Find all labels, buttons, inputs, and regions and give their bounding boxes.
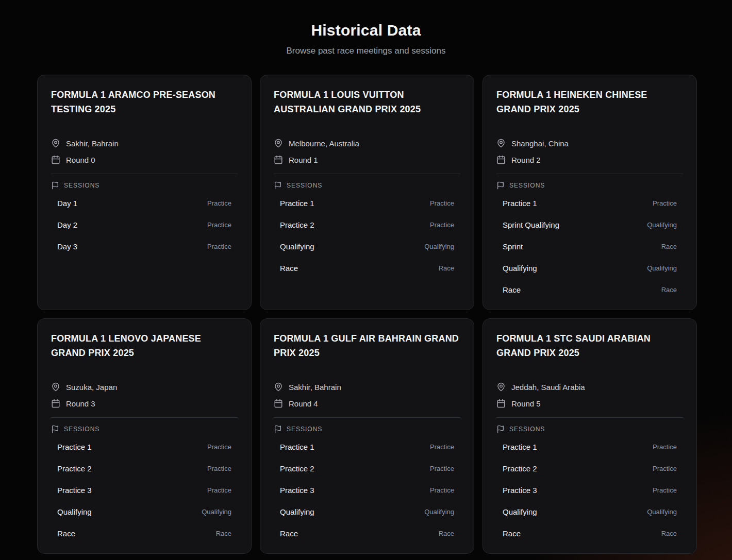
session-name: Practice 1 xyxy=(503,199,537,208)
calendar-icon xyxy=(274,155,283,164)
sessions-list: Practice 1 Practice Practice 2 Practice … xyxy=(274,436,460,544)
calendar-icon xyxy=(496,155,506,164)
meeting-location-row: Jeddah, Saudi Arabia xyxy=(496,381,683,393)
meeting-title: FORMULA 1 GULF AIR BAHRAIN GRAND PRIX 20… xyxy=(274,331,460,360)
session-type-badge: Practice xyxy=(653,465,677,472)
sessions-label: SESSIONS xyxy=(64,182,99,189)
session-row[interactable]: Practice 1 Practice xyxy=(496,192,683,214)
session-name: Practice 1 xyxy=(503,443,537,451)
meeting-title: FORMULA 1 LOUIS VUITTON AUSTRALIAN GRAND… xyxy=(274,88,460,116)
session-name: Race xyxy=(280,529,298,538)
session-type-badge: Qualifying xyxy=(202,508,231,516)
session-row[interactable]: Practice 1 Practice xyxy=(496,436,683,457)
session-row[interactable]: Practice 3 Practice xyxy=(274,479,460,501)
meeting-card[interactable]: FORMULA 1 LENOVO JAPANESE GRAND PRIX 202… xyxy=(37,318,252,554)
meeting-location: Sakhir, Bahrain xyxy=(66,139,119,148)
session-row[interactable]: Practice 2 Practice xyxy=(51,457,238,479)
divider xyxy=(496,417,683,418)
sessions-header: SESSIONS xyxy=(51,424,238,434)
session-row[interactable]: Sprint Qualifying Qualifying xyxy=(496,214,683,235)
session-type-badge: Race xyxy=(216,530,231,537)
session-row[interactable]: Qualifying Qualifying xyxy=(274,235,460,257)
meeting-title: FORMULA 1 ARAMCO PRE-SEASON TESTING 2025 xyxy=(51,88,238,116)
meeting-card[interactable]: FORMULA 1 STC SAUDI ARABIAN GRAND PRIX 2… xyxy=(483,318,697,554)
meeting-location: Melbourne, Australia xyxy=(289,139,359,148)
session-name: Qualifying xyxy=(280,507,314,516)
session-type-badge: Practice xyxy=(430,486,454,494)
meeting-round: Round 1 xyxy=(289,156,318,164)
session-row[interactable]: Qualifying Qualifying xyxy=(496,501,683,522)
session-row[interactable]: Day 1 Practice xyxy=(51,192,238,214)
session-row[interactable]: Qualifying Qualifying xyxy=(496,257,683,279)
meeting-card[interactable]: FORMULA 1 HEINEKEN CHINESE GRAND PRIX 20… xyxy=(483,75,697,310)
page-title: Historical Data xyxy=(0,22,732,39)
map-pin-icon xyxy=(51,139,60,148)
session-name: Race xyxy=(280,264,298,273)
session-type-badge: Qualifying xyxy=(424,508,454,516)
meeting-location-row: Melbourne, Australia xyxy=(274,137,460,149)
flag-icon xyxy=(51,425,59,433)
meetings-grid: FORMULA 1 ARAMCO PRE-SEASON TESTING 2025… xyxy=(37,75,697,554)
meeting-location: Shanghai, China xyxy=(511,139,569,148)
session-row[interactable]: Race Race xyxy=(274,522,460,544)
session-row[interactable]: Race Race xyxy=(496,279,683,300)
session-row[interactable]: Qualifying Qualifying xyxy=(274,501,460,522)
session-row[interactable]: Practice 3 Practice xyxy=(496,479,683,501)
meeting-card[interactable]: FORMULA 1 ARAMCO PRE-SEASON TESTING 2025… xyxy=(37,75,252,310)
session-row[interactable]: Day 3 Practice xyxy=(51,235,238,257)
meeting-round-row: Round 3 xyxy=(51,397,238,410)
session-type-badge: Practice xyxy=(207,243,231,250)
session-row[interactable]: Practice 2 Practice xyxy=(274,214,460,235)
session-name: Sprint xyxy=(503,242,523,251)
flag-icon xyxy=(51,181,59,190)
session-name: Race xyxy=(503,285,521,294)
session-row[interactable]: Practice 2 Practice xyxy=(496,457,683,479)
session-row[interactable]: Qualifying Qualifying xyxy=(51,501,238,522)
session-type-badge: Race xyxy=(439,530,454,537)
flag-icon xyxy=(274,181,282,190)
session-type-badge: Qualifying xyxy=(424,243,454,250)
session-row[interactable]: Race Race xyxy=(51,522,238,544)
meeting-location: Jeddah, Saudi Arabia xyxy=(511,383,585,392)
meeting-round: Round 3 xyxy=(66,399,95,408)
session-row[interactable]: Day 2 Practice xyxy=(51,214,238,235)
session-name: Practice 2 xyxy=(280,464,314,473)
session-type-badge: Qualifying xyxy=(647,508,677,516)
session-name: Qualifying xyxy=(280,242,314,251)
sessions-list: Practice 1 Practice Practice 2 Practice … xyxy=(51,436,238,544)
sessions-header: SESSIONS xyxy=(274,424,460,434)
session-type-badge: Practice xyxy=(653,443,677,451)
session-type-badge: Practice xyxy=(207,465,231,472)
session-type-badge: Practice xyxy=(207,443,231,451)
session-row[interactable]: Practice 3 Practice xyxy=(51,479,238,501)
map-pin-icon xyxy=(496,139,506,148)
session-row[interactable]: Practice 1 Practice xyxy=(51,436,238,457)
session-row[interactable]: Race Race xyxy=(496,522,683,544)
session-type-badge: Practice xyxy=(207,221,231,229)
session-row[interactable]: Sprint Race xyxy=(496,235,683,257)
session-type-badge: Race xyxy=(661,243,677,250)
session-name: Day 2 xyxy=(57,220,77,229)
sessions-label: SESSIONS xyxy=(64,426,99,433)
meeting-location: Sakhir, Bahrain xyxy=(289,383,341,392)
session-row[interactable]: Practice 1 Practice xyxy=(274,192,460,214)
meeting-card[interactable]: FORMULA 1 LOUIS VUITTON AUSTRALIAN GRAND… xyxy=(260,75,474,310)
sessions-list: Practice 1 Practice Sprint Qualifying Qu… xyxy=(496,192,683,300)
meeting-title: FORMULA 1 HEINEKEN CHINESE GRAND PRIX 20… xyxy=(496,88,683,116)
session-name: Practice 1 xyxy=(280,199,314,208)
divider xyxy=(274,417,460,418)
meeting-round-row: Round 2 xyxy=(496,154,683,166)
meeting-card[interactable]: FORMULA 1 GULF AIR BAHRAIN GRAND PRIX 20… xyxy=(260,318,474,554)
session-type-badge: Qualifying xyxy=(647,264,677,272)
session-row[interactable]: Practice 2 Practice xyxy=(274,457,460,479)
sessions-header: SESSIONS xyxy=(496,180,683,191)
session-type-badge: Practice xyxy=(430,199,454,207)
meeting-title: FORMULA 1 LENOVO JAPANESE GRAND PRIX 202… xyxy=(51,331,238,360)
calendar-icon xyxy=(51,155,60,164)
session-row[interactable]: Race Race xyxy=(274,257,460,279)
session-row[interactable]: Practice 1 Practice xyxy=(274,436,460,457)
sessions-label: SESSIONS xyxy=(509,426,545,433)
session-name: Qualifying xyxy=(503,507,537,516)
divider xyxy=(274,174,460,174)
meeting-location-row: Suzuka, Japan xyxy=(51,381,238,393)
